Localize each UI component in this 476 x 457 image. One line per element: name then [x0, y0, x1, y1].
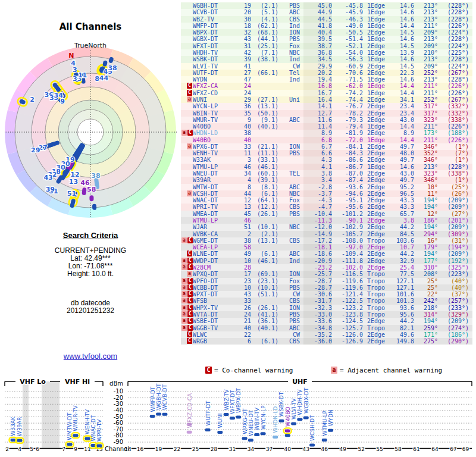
co-channel-warning-icon: C	[187, 237, 193, 243]
table-row: WYCN-LP36(13.1)14.1-76.72Edge23.4317°(33…	[181, 103, 472, 109]
cell-azimuth-true: 242°	[414, 298, 438, 304]
radar-bar	[92, 204, 97, 210]
channel-tick-label: 19	[155, 446, 162, 452]
cell-dist-miles: 49.6	[389, 331, 414, 338]
cell-callsign: WJAR	[193, 224, 233, 230]
cell-network: ABC	[278, 9, 300, 15]
cell-nm-db: 39.5	[303, 36, 332, 42]
channel-tick-label: 67	[450, 446, 456, 452]
cell-dist-miles: 3.8	[389, 217, 414, 224]
cell-callsign: WGBX-DT	[193, 36, 233, 42]
cell-nm-db: 16.7	[303, 90, 332, 96]
cell-virtual-channel: (46.1)	[251, 164, 278, 170]
cell-callsign: WGGB-TV	[193, 325, 233, 331]
cell-network	[278, 83, 300, 89]
radar-channel-label: 34	[54, 92, 64, 99]
cell-warnings: aC	[181, 291, 192, 298]
spectrum-station-label: WCSH-DT	[309, 415, 315, 441]
cell-virtual-channel: (68.1)	[251, 29, 278, 36]
cell-pwr-dbm: -121.4	[332, 291, 363, 298]
cell-network: PBS	[278, 311, 300, 318]
dbm-tick-label: -80	[114, 432, 123, 439]
channel-tick-label: 28	[211, 446, 218, 452]
cell-azimuth-true: 179°	[414, 244, 438, 251]
cell-azimuth-magn: (332°)	[438, 110, 469, 117]
cell-real-channel: 47	[233, 76, 251, 83]
cell-azimuth-true: 213°	[414, 76, 438, 83]
table-row: WJAR51(10.1)NBC-12.0-102.92Edge44.2194°(…	[181, 224, 472, 230]
cell-path: 2Edge	[363, 338, 389, 345]
dbm-tick-label: -40	[114, 407, 123, 414]
spectrum-bar	[230, 417, 235, 420]
spectrum-station-label: WSBK-DT	[279, 392, 285, 417]
spectrum-station-label: WBIN-TV	[254, 407, 260, 430]
cell-virtual-channel: (38.1)	[251, 56, 278, 62]
cell-dist-miles: 34.1	[389, 96, 414, 103]
cell-virtual-channel: (13.1)	[251, 103, 278, 109]
cell-nm-db: 38.7	[303, 43, 332, 49]
cell-nm-db: -34.8	[303, 325, 332, 331]
cell-pwr-dbm: -79.3	[332, 117, 363, 123]
adjacent-channel-warning-icon: a	[181, 258, 187, 264]
cell-callsign: WVTA-DT	[193, 311, 233, 318]
channel-tick-label: 55	[376, 446, 383, 452]
radar-channel-label: 39	[46, 186, 55, 193]
cell-azimuth-true: 11°	[414, 190, 438, 197]
cell-real-channel: 40	[233, 123, 251, 130]
channel-tick-label: 11	[84, 446, 90, 452]
cell-network: ABC	[278, 251, 300, 257]
cell-azimuth-true: 317°	[414, 103, 438, 109]
channel-tick-label: 58	[394, 446, 402, 452]
cell-network: TEL	[278, 170, 300, 177]
cell-path: 2Edge	[363, 258, 389, 264]
table-row: aWCSH-DT44(6.1)NBC-3.7-94.62Edge96.511°(…	[181, 190, 472, 197]
adjacent-channel-warning-icon: a	[181, 298, 187, 303]
cell-azimuth-magn: (228°)	[438, 56, 469, 62]
spectrum-highlight-ring	[66, 442, 74, 447]
cell-virtual-channel: (2.1)	[251, 2, 278, 9]
cell-dist-miles: 82.1	[389, 325, 414, 331]
table-row: WSBK-DT39(38.1)Ind34.5-56.31Edge14.6213°…	[181, 56, 472, 62]
cell-virtual-channel: (11.1)	[251, 150, 278, 156]
adjacent-channel-warning-icon: a	[181, 237, 187, 243]
adjacent-channel-warning-icon: a	[181, 318, 187, 324]
spectrum-bar	[73, 434, 79, 437]
tvfool-link[interactable]: www.tvfool.com	[19, 352, 162, 361]
cell-azimuth-true: 213°	[414, 36, 438, 42]
cell-dist-miles: 14.6	[389, 164, 414, 170]
cell-real-channel: 36	[233, 103, 251, 109]
cell-dist-miles: 14.4	[389, 137, 414, 143]
cell-azimuth-true: 209°	[414, 63, 438, 70]
cell-azimuth-magn: (309°)	[438, 231, 469, 237]
cell-callsign: WNAC-DT	[193, 197, 233, 204]
cell-callsign: WSBK-DT	[193, 56, 233, 62]
cell-real-channel: 27	[233, 70, 251, 76]
cell-path: 1Edge	[363, 137, 389, 143]
spectrum-bar	[303, 416, 309, 419]
cell-azimuth-magn: (338°)	[438, 170, 469, 177]
cell-real-channel: 39	[233, 56, 251, 62]
spectrum-station-label: WTMU-LP	[322, 410, 328, 436]
cell-nm-db: -36.0	[303, 338, 332, 345]
section-label-uhf: UHF	[292, 378, 308, 386]
cell-callsign: WGME-DT	[193, 237, 233, 244]
table-row: aCWWDP-DT10(46.1)Ind-20.9-111.82Edge32.9…	[181, 258, 472, 264]
cell-pwr-dbm: -94.6	[332, 190, 363, 197]
cell-callsign: W28CM	[193, 264, 233, 271]
cell-nm-db: 45.0	[303, 2, 332, 9]
cell-callsign: WYCN-LP	[193, 103, 233, 109]
legend-co-channel: C= Co-channel warning	[205, 367, 293, 374]
cell-callsign: WPXQ-DT	[193, 271, 233, 277]
cell-azimuth-true: 12°	[414, 211, 438, 217]
cell-azimuth-magn: (40°)	[438, 284, 469, 291]
cell-real-channel: 46	[233, 164, 251, 170]
cell-azimuth-true: 194°	[414, 318, 438, 324]
cell-nm-db: 6.7	[303, 143, 332, 150]
cell-nm-db: 44.9	[303, 9, 332, 15]
cell-azimuth-true: 209°	[414, 43, 438, 49]
cell-network: ABC	[278, 184, 300, 190]
spectrum-bar	[291, 422, 296, 425]
cell-dist-miles: 93.6	[389, 305, 414, 311]
cell-virtual-channel: (51.1)	[251, 291, 278, 298]
cell-nm-db: -31.7	[303, 298, 332, 304]
